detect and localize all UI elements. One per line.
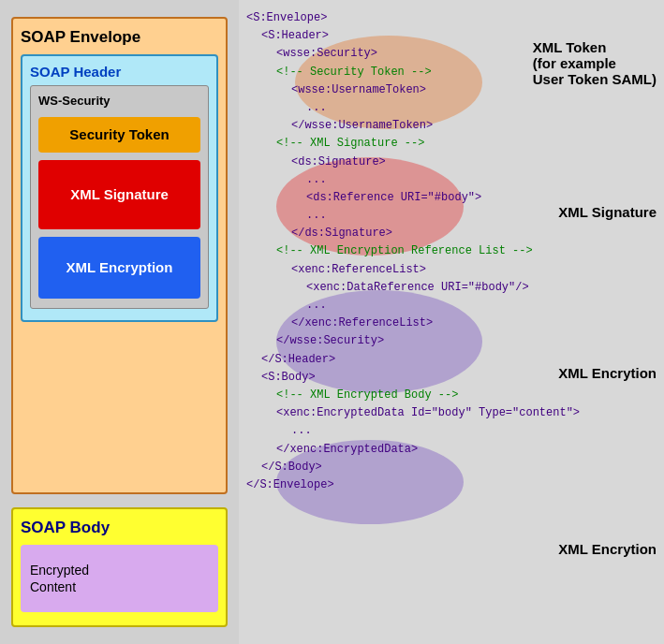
- xml-line: </S:Body>: [246, 459, 653, 476]
- security-token-label: Security Token: [69, 126, 169, 142]
- xml-line: <S:Envelope>: [246, 9, 653, 27]
- soap-envelope-box: SOAP Envelope SOAP Header WS-Security Se…: [11, 17, 228, 494]
- xml-encrytion1-annotation: XML Encrytion: [558, 365, 657, 381]
- xml-signature-box: XML Signature: [38, 160, 200, 229]
- xml-line: </wsse:Security>: [246, 332, 653, 350]
- xml-line: </wsse:UsernameToken>: [246, 117, 653, 135]
- xml-signature-label: XML Signature: [70, 186, 169, 202]
- left-panel: SOAP Envelope SOAP Header WS-Security Se…: [0, 0, 239, 644]
- ws-security-box: WS-Security Security Token XML Signature…: [30, 85, 209, 309]
- xml-encryption-label: XML Encryption: [66, 259, 173, 275]
- soap-body-box: SOAP Body EncryptedContent: [11, 507, 228, 627]
- security-token-box: Security Token: [38, 117, 200, 153]
- xml-line: <!-- XML Encryption Reference List -->: [246, 242, 653, 260]
- xml-encrytion2-annotation: XML Encrytion: [558, 541, 657, 557]
- xml-line: <!-- XML Encrypted Body -->: [246, 387, 653, 404]
- soap-header-box: SOAP Header WS-Security Security Token X…: [21, 54, 218, 322]
- xml-line: </xenc:EncryptedData>: [246, 441, 653, 459]
- xml-line: ...: [246, 99, 653, 117]
- xml-line: ...: [246, 297, 653, 315]
- soap-body-label: SOAP Body: [21, 519, 218, 537]
- xml-line: <xenc:ReferenceList>: [246, 261, 653, 279]
- xml-line: </ds:Signature>: [246, 225, 653, 242]
- xml-line: ...: [246, 171, 653, 189]
- encrypted-content-box: EncryptedContent: [21, 545, 218, 612]
- xml-token-annotation: XML Token (for example User Token SAML): [533, 39, 657, 87]
- ws-security-label: WS-Security: [38, 94, 200, 108]
- xml-line: <!-- XML Signature -->: [246, 135, 653, 153]
- xml-line: <ds:Signature>: [246, 154, 653, 171]
- xml-line: </xenc:ReferenceList>: [246, 315, 653, 332]
- encrypted-content-label: EncryptedContent: [30, 563, 89, 594]
- xml-line: <xenc:EncryptedData Id="body" Type="cont…: [246, 404, 653, 422]
- right-panel: <S:Envelope><S:Header><wsse:Security><!-…: [239, 0, 664, 644]
- xml-line: ...: [246, 422, 653, 440]
- xml-signature-annotation: XML Signature: [558, 204, 657, 220]
- xml-encryption-box: XML Encryption: [38, 237, 200, 299]
- soap-envelope-label: SOAP Envelope: [21, 28, 218, 47]
- xml-line: </S:Envelope>: [246, 476, 653, 494]
- xml-line: <xenc:DataReference URI="#body"/>: [246, 279, 653, 297]
- soap-header-label: SOAP Header: [30, 64, 209, 80]
